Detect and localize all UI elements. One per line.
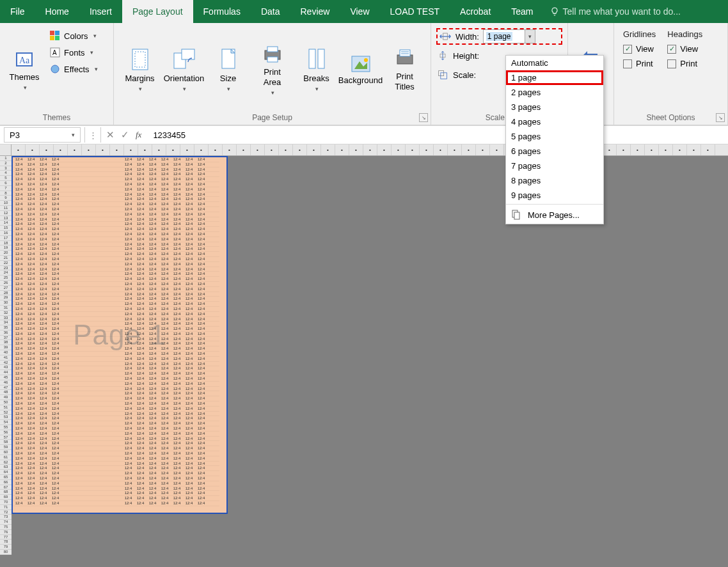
row-header[interactable]: 11: [0, 206, 12, 211]
row-header[interactable]: 19: [0, 245, 12, 251]
row-header[interactable]: 55: [0, 425, 12, 430]
row-header[interactable]: 7: [0, 186, 12, 191]
row-header[interactable]: 22: [0, 261, 12, 266]
cancel-icon[interactable]: ✕: [106, 129, 115, 141]
dropdown-item-8-pages[interactable]: 8 pages: [506, 173, 603, 188]
row-header[interactable]: 74: [0, 520, 12, 525]
column-header[interactable]: •: [265, 144, 279, 155]
column-header[interactable]: •: [307, 144, 321, 155]
row-header[interactable]: 80: [0, 550, 12, 555]
row-header[interactable]: 36: [0, 330, 12, 336]
row-header[interactable]: 3: [0, 166, 12, 171]
tell-me-search[interactable]: Tell me what you want to do...: [544, 0, 681, 23]
column-header[interactable]: •: [180, 144, 194, 155]
row-header[interactable]: 9: [0, 196, 12, 201]
column-header[interactable]: •: [476, 144, 490, 155]
tab-team[interactable]: Team: [501, 0, 543, 23]
row-header[interactable]: 40: [0, 350, 12, 355]
row-header[interactable]: 72: [0, 510, 12, 515]
row-header[interactable]: 8: [0, 191, 12, 196]
row-header[interactable]: 23: [0, 266, 12, 271]
row-header[interactable]: 59: [0, 445, 12, 450]
sheet-options-launcher[interactable]: ↘: [716, 113, 725, 122]
row-header[interactable]: 70: [0, 500, 12, 505]
column-header[interactable]: •: [448, 144, 462, 155]
row-header[interactable]: 14: [0, 221, 12, 226]
row-header[interactable]: 53: [0, 415, 12, 420]
row-header[interactable]: 77: [0, 535, 12, 540]
row-header[interactable]: 39: [0, 345, 12, 350]
row-header[interactable]: 2: [0, 161, 12, 166]
column-header[interactable]: •: [406, 144, 420, 155]
row-header[interactable]: 29: [0, 295, 12, 300]
row-header[interactable]: 27: [0, 286, 12, 291]
column-headers[interactable]: // generated below •••••••••••••••••••••…: [0, 144, 728, 156]
row-header[interactable]: 34: [0, 320, 12, 325]
column-header[interactable]: •: [490, 144, 504, 155]
themes-button[interactable]: Aa Themes ▾: [4, 26, 45, 111]
column-header[interactable]: •: [152, 144, 166, 155]
tab-review[interactable]: Review: [290, 0, 340, 23]
column-header[interactable]: •: [194, 144, 209, 155]
row-header[interactable]: 57: [0, 435, 12, 440]
row-header[interactable]: 28: [0, 291, 12, 296]
chevron-down-icon[interactable]: ▾: [72, 132, 75, 138]
page-preview[interactable]: Page 1 12:412:412:412:412:412:412:412:41…: [12, 156, 228, 514]
row-header[interactable]: 5: [0, 176, 12, 181]
expand-button[interactable]: ⋮: [85, 130, 100, 140]
page-setup-launcher[interactable]: ↘: [419, 113, 428, 122]
row-header[interactable]: 13: [0, 216, 12, 221]
row-header[interactable]: 18: [0, 241, 12, 246]
tab-home[interactable]: Home: [35, 0, 79, 23]
row-header[interactable]: 46: [0, 380, 12, 385]
column-header[interactable]: •: [673, 144, 687, 155]
row-header[interactable]: 42: [0, 361, 12, 366]
dropdown-item-5-pages[interactable]: 5 pages: [506, 129, 603, 144]
effects-button[interactable]: Effects▾: [47, 63, 100, 75]
colors-button[interactable]: Colors▾: [47, 29, 100, 42]
row-header[interactable]: 1: [0, 156, 12, 161]
row-header[interactable]: 49: [0, 395, 12, 400]
column-header[interactable]: •: [377, 144, 392, 155]
column-header[interactable]: •: [68, 144, 82, 155]
dropdown-more-pages[interactable]: More Pages...: [506, 206, 603, 224]
row-header[interactable]: 66: [0, 480, 12, 485]
row-header[interactable]: 41: [0, 355, 12, 361]
tab-insert[interactable]: Insert: [79, 0, 122, 23]
row-header[interactable]: 69: [0, 495, 12, 500]
row-header[interactable]: 56: [0, 430, 12, 435]
row-header[interactable]: 67: [0, 485, 12, 490]
headings-view-checkbox[interactable]: ✓View: [667, 44, 702, 54]
row-header[interactable]: 26: [0, 281, 12, 286]
select-all-corner[interactable]: [0, 144, 12, 155]
tab-acrobat[interactable]: Acrobat: [450, 0, 501, 23]
column-header[interactable]: •: [96, 144, 110, 155]
width-dropdown[interactable]: 1 page ▾: [483, 29, 535, 43]
row-header[interactable]: 45: [0, 375, 12, 380]
print-area-button[interactable]: Print Area▾: [252, 26, 293, 111]
breaks-button[interactable]: Breaks▾: [296, 26, 337, 111]
row-header[interactable]: 24: [0, 270, 12, 276]
row-header[interactable]: 6: [0, 181, 12, 186]
column-header[interactable]: •: [349, 144, 363, 155]
column-header[interactable]: •: [237, 144, 251, 155]
row-header[interactable]: 76: [0, 530, 12, 535]
row-header[interactable]: 48: [0, 390, 12, 395]
column-header[interactable]: •: [82, 144, 96, 155]
row-header[interactable]: 21: [0, 256, 12, 261]
column-header[interactable]: •: [223, 144, 237, 155]
row-header[interactable]: 38: [0, 340, 12, 345]
column-header[interactable]: •: [321, 144, 335, 155]
row-header[interactable]: 32: [0, 311, 12, 316]
row-header[interactable]: 75: [0, 525, 12, 530]
margins-button[interactable]: Margins▾: [120, 26, 161, 111]
row-header[interactable]: 79: [0, 545, 12, 550]
size-button[interactable]: Size▾: [208, 26, 249, 111]
row-header[interactable]: 4: [0, 171, 12, 176]
row-header[interactable]: 51: [0, 405, 12, 410]
column-header[interactable]: •: [603, 144, 617, 155]
row-header[interactable]: 12: [0, 211, 12, 216]
column-header[interactable]: •: [293, 144, 307, 155]
column-header[interactable]: •: [279, 144, 293, 155]
column-header[interactable]: •: [124, 144, 138, 155]
